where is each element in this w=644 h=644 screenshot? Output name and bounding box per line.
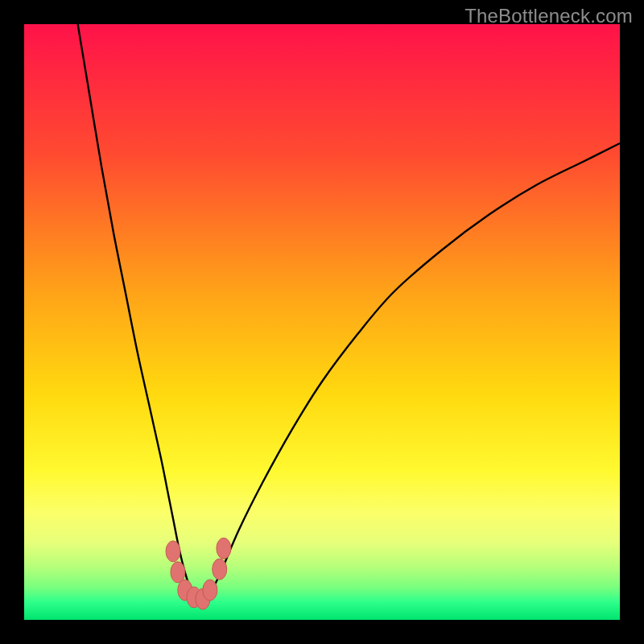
data-marker [217, 538, 231, 559]
bottleneck-chart [24, 24, 620, 620]
data-marker [166, 541, 180, 562]
data-marker [203, 580, 217, 601]
data-marker [171, 562, 185, 583]
chart-frame: TheBottleneck.com [0, 0, 644, 644]
data-marker [213, 559, 227, 580]
gradient-background [24, 24, 620, 620]
